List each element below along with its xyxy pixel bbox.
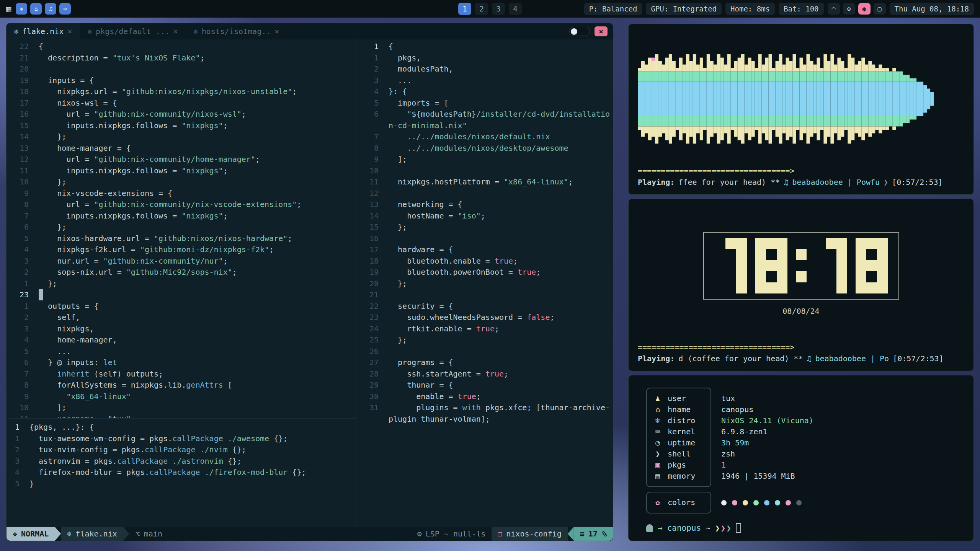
code-line[interactable]: 1 outputs = {	[7, 301, 356, 312]
code-line[interactable]: 4 home-manager,	[7, 334, 356, 346]
code-line[interactable]: 5}	[7, 478, 356, 490]
code-line[interactable]: 1 tux-awesome-wm-config = pkgs.callPacka…	[7, 433, 356, 445]
globe-icon[interactable]: ⊕	[843, 3, 855, 15]
code-line[interactable]: 28 ssh.startAgent = true;	[356, 368, 613, 380]
code-line[interactable]: 3 ...	[356, 75, 613, 86]
network-icon[interactable]: ◠	[828, 3, 840, 15]
code-line[interactable]: 3 astronvim = pkgs.callPackage ./astronv…	[7, 456, 356, 467]
code-line[interactable]: 14 hostName = "iso";	[356, 210, 613, 222]
tab-close-icon[interactable]: ×	[274, 27, 279, 36]
theme-toggle[interactable]	[569, 27, 590, 36]
code-line[interactable]: 17 hardware = {	[356, 244, 613, 256]
code-line[interactable]: 9 nix-vscode-extensions = {	[7, 188, 356, 199]
code-line[interactable]: 20 };	[356, 278, 613, 290]
code-line[interactable]: 2 sops-nix.url = "github:Mic92/sops-nix"…	[7, 267, 356, 278]
code-line[interactable]: 4}: {	[356, 86, 613, 98]
workspace-button-4[interactable]: 4	[509, 3, 522, 15]
code-line[interactable]: 23 sudo.wheelNeedsPassword = false;	[356, 312, 613, 323]
code-line[interactable]: 11 inputs.nixpkgs.follows = "nixpkgs";	[7, 165, 356, 177]
code-line[interactable]: 21 description = "tux's NixOS Flake";	[7, 52, 356, 64]
code-line[interactable]: 16 url = "github:nix-community/nixos-wsl…	[7, 109, 356, 120]
tab-pkgs-default-[interactable]: ❄pkgs/default ...×	[80, 23, 186, 39]
code-line[interactable]: 17 nixos-wsl = {	[7, 98, 356, 109]
code-line[interactable]: 31 plugins = with pkgs.xfce; [thunar-arc…	[356, 402, 613, 414]
code-line[interactable]: 27 programs = {	[356, 357, 613, 368]
code-line[interactable]: plugin thunar-volman];	[356, 414, 613, 425]
code-line[interactable]: 12 url = "github:nix-community/home-mana…	[7, 154, 356, 165]
code-line[interactable]: 4 firefox-mod-blur = pkgs.callPackage ./…	[7, 467, 356, 478]
workspace-tag-2[interactable]: ⌂	[30, 3, 42, 15]
code-line[interactable]: 13 networking = {	[356, 199, 613, 210]
code-line[interactable]: 5 nixos-hardware.url = "github:nixos/nix…	[7, 233, 356, 245]
code-line[interactable]: 5 ...	[7, 346, 356, 357]
code-line[interactable]: 26	[356, 346, 613, 357]
code-line[interactable]: 12	[356, 188, 613, 199]
launcher-icon[interactable]: ▦	[6, 4, 11, 14]
code-line[interactable]: 30 enable = true;	[356, 391, 613, 403]
code-line[interactable]: n-cd-minimal.nix"	[356, 120, 613, 132]
code-line[interactable]: 8 url = "github:nix-community/nix-vscode…	[7, 199, 356, 210]
display-icon[interactable]: ▢	[874, 3, 886, 15]
code-line[interactable]: 14 };	[7, 131, 356, 143]
code-line[interactable]: 6 };	[7, 222, 356, 233]
code-line[interactable]: 4 nixpkgs-f2k.url = "github:moni-dz/nixp…	[7, 244, 356, 256]
pane-flake-nix[interactable]: 22{21 description = "tux's NixOS Flake";…	[7, 39, 356, 418]
code-line[interactable]: 5 imports = [	[356, 98, 613, 109]
tab-close-icon[interactable]: ×	[67, 27, 72, 36]
code-line[interactable]: 10	[356, 165, 613, 177]
code-line[interactable]: 7 inherit (self) outputs;	[7, 368, 356, 380]
code-line[interactable]: 24 rtkit.enable = true;	[356, 323, 613, 335]
screenshot-icon[interactable]: ◉	[858, 3, 871, 15]
code-text: }: {	[389, 86, 407, 98]
code-line[interactable]: 1 pkgs,	[356, 52, 613, 64]
code-line[interactable]: 8 forAllSystems = nixpkgs.lib.genAttrs [	[7, 380, 356, 391]
pane-iso-image-nix[interactable]: 1{1 pkgs,2 modulesPath,3 ...4}: {5 impor…	[356, 39, 613, 425]
code-line[interactable]: 3 nur.url = "github:nix-community/nur";	[7, 256, 356, 267]
code-line[interactable]: 25 };	[356, 334, 613, 346]
code-line[interactable]: 23	[7, 289, 356, 301]
tab-flake-nix[interactable]: ❄flake.nix×	[7, 23, 80, 39]
code-line[interactable]: 9 ];	[356, 154, 613, 165]
code-line[interactable]: 29 thunar = {	[356, 380, 613, 391]
code-line[interactable]: 11 nixpkgs.hostPlatform = "x86_64-linux"…	[356, 176, 613, 188]
pane-pkgs-default-nix[interactable]: 1{pkgs, ...}: {1 tux-awesome-wm-config =…	[7, 418, 356, 527]
code-line[interactable]: 1{	[356, 41, 613, 52]
code-line[interactable]: 18 bluetooth.enable = true;	[356, 256, 613, 267]
code-line[interactable]: 15 };	[356, 222, 613, 233]
tab-close-icon[interactable]: ×	[173, 27, 178, 36]
code-line[interactable]: 2 self,	[7, 312, 356, 323]
code-line[interactable]: 20	[7, 64, 356, 75]
code-line[interactable]: 8 ../../modules/nixos/desktop/awesome	[356, 143, 613, 154]
tab-hosts-isoImag-[interactable]: ❄hosts/isoImag..×	[186, 23, 287, 39]
code-line[interactable]: 1 };	[7, 278, 356, 290]
code-line[interactable]: 2 modulesPath,	[356, 64, 613, 75]
window-close-button[interactable]: ×	[595, 26, 608, 36]
code-line[interactable]: 2 tux-nvim-config = pkgs.callPackage ./n…	[7, 444, 356, 456]
code-line[interactable]: 7 ../../modules/nixos/default.nix	[356, 131, 613, 143]
code-line[interactable]: 19 bluetooth.powerOnBoot = true;	[356, 267, 613, 278]
workspace-tag-1[interactable]: ❖	[16, 3, 27, 15]
code-line[interactable]: 3 nixpkgs,	[7, 323, 356, 335]
code-line[interactable]: 1{pkgs, ...}: {	[7, 422, 356, 433]
code-line[interactable]: 9 "x86_64-linux"	[7, 391, 356, 403]
workspace-tag-3[interactable]: ♫	[45, 3, 56, 15]
workspace-button-2[interactable]: 2	[475, 3, 488, 15]
code-line[interactable]: 22 security = {	[356, 301, 613, 312]
code-line[interactable]: 19 inputs = {	[7, 75, 356, 86]
code-line[interactable]: 21	[356, 289, 613, 301]
workspace-tag-4[interactable]: ✉	[59, 3, 71, 15]
workspace-button-1[interactable]: 1	[458, 3, 471, 15]
code-line[interactable]: 6 "${modulesPath}/installer/cd-dvd/insta…	[356, 109, 613, 120]
shell-prompt[interactable]: → canopus ~ ❯❯❯	[646, 523, 964, 533]
code-line[interactable]: 22{	[7, 41, 356, 52]
code-line[interactable]: 16	[356, 233, 613, 245]
code-line[interactable]: 10 };	[7, 176, 356, 188]
code-line[interactable]: 7 inputs.nixpkgs.follows = "nixpkgs";	[7, 210, 356, 222]
code-line[interactable]: 18 nixpkgs.url = "github:nixos/nixpkgs/n…	[7, 86, 356, 98]
code-line[interactable]: 10 ];	[7, 402, 356, 414]
code-line[interactable]: 15 inputs.nixpkgs.follows = "nixpkgs";	[7, 120, 356, 132]
code-line[interactable]: 6 } @ inputs: let	[7, 357, 356, 368]
code-line[interactable]: 13 home-manager = {	[7, 143, 356, 154]
code-line[interactable]: 11 username = "tux";	[7, 414, 356, 419]
workspace-button-3[interactable]: 3	[492, 3, 505, 15]
